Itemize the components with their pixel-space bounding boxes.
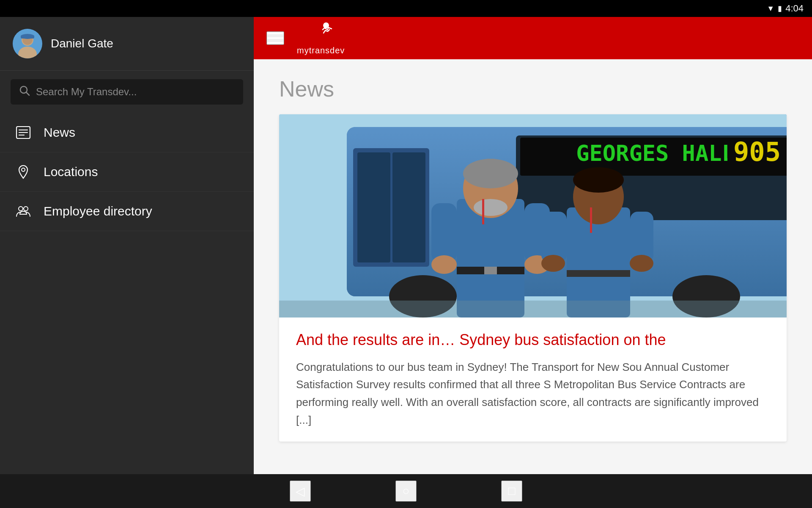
svg-rect-47 — [541, 212, 567, 262]
svg-point-50 — [630, 255, 653, 272]
svg-rect-37 — [431, 203, 457, 262]
sidebar-item-news-label: News — [44, 125, 75, 140]
brand-logo: mytransdev — [297, 21, 345, 55]
svg-point-35 — [474, 199, 508, 216]
location-icon — [15, 164, 32, 179]
status-time: 4:04 — [785, 3, 804, 14]
page-title: News — [279, 76, 787, 102]
back-button[interactable]: ◁ — [290, 480, 311, 502]
user-name: Daniel Gate — [51, 37, 113, 50]
article-text: And the results are in… Sydney bus satis… — [279, 318, 787, 442]
search-input[interactable] — [36, 86, 235, 98]
svg-rect-52 — [279, 301, 787, 318]
article-image: GEORGES HALL 905 — [279, 114, 787, 318]
svg-rect-36 — [482, 199, 484, 224]
svg-text:GEORGES HALL: GEORGES HALL — [576, 141, 735, 166]
sidebar-item-locations[interactable]: Locations — [0, 152, 254, 192]
user-header: Daniel Gate — [0, 17, 254, 71]
status-bar: ▼ ▮ 4:04 — [0, 0, 812, 17]
article-body: Congratulations to our bus team in Sydne… — [296, 359, 770, 429]
sidebar-item-employee-directory[interactable]: Employee directory — [0, 192, 254, 231]
sidebar: Daniel Gate — [0, 17, 254, 474]
wifi-icon: ▼ — [767, 4, 774, 13]
home-button[interactable]: ○ — [395, 480, 417, 502]
sidebar-item-locations-label: Locations — [44, 165, 98, 179]
hamburger-button[interactable] — [266, 31, 284, 45]
svg-rect-46 — [590, 207, 592, 233]
search-icon — [19, 85, 30, 99]
svg-rect-42 — [484, 267, 497, 274]
list-icon — [15, 125, 32, 140]
app-container: Daniel Gate — [0, 17, 812, 474]
svg-rect-48 — [630, 212, 653, 262]
svg-point-49 — [541, 255, 565, 272]
battery-icon: ▮ — [778, 4, 782, 13]
svg-point-12 — [22, 168, 25, 171]
svg-point-34 — [463, 159, 518, 188]
svg-text:905: 905 — [733, 136, 781, 167]
svg-point-45 — [573, 167, 624, 193]
svg-point-14 — [24, 207, 28, 211]
sidebar-item-employee-directory-label: Employee directory — [44, 204, 152, 218]
people-icon — [15, 204, 32, 219]
avatar — [13, 29, 42, 58]
svg-point-39 — [431, 255, 457, 274]
svg-rect-28 — [357, 152, 390, 262]
main-content[interactable]: mytransdev News — [254, 17, 812, 474]
recent-button[interactable]: □ — [501, 480, 522, 502]
brand-text: mytransdev — [297, 46, 345, 55]
search-bar[interactable] — [11, 79, 243, 105]
svg-rect-29 — [392, 152, 425, 262]
content-area: News — [254, 59, 812, 474]
top-bar: mytransdev — [254, 17, 812, 59]
svg-line-7 — [26, 92, 29, 95]
sidebar-item-news[interactable]: News — [0, 113, 254, 152]
svg-point-13 — [19, 207, 23, 211]
nav-menu: News Locations — [0, 113, 254, 231]
nav-bar: ◁ ○ □ — [0, 474, 812, 508]
svg-rect-5 — [21, 35, 34, 39]
article-title: And the results are in… Sydney bus satis… — [296, 330, 770, 350]
status-icons: ▼ ▮ 4:04 — [767, 3, 804, 14]
svg-rect-51 — [567, 270, 630, 277]
article-card[interactable]: GEORGES HALL 905 — [279, 114, 787, 442]
